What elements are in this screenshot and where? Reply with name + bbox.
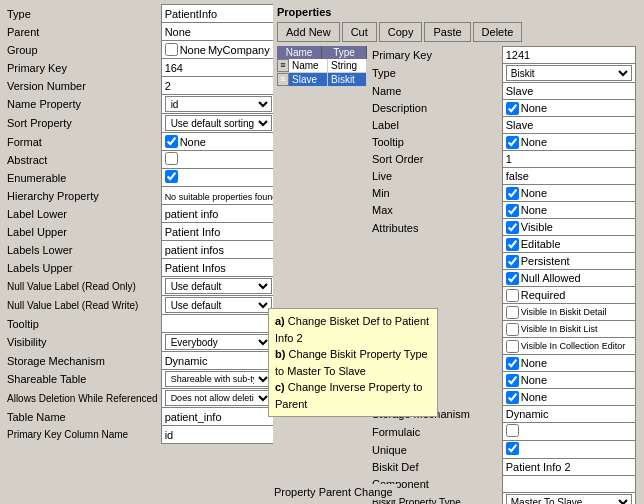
detail-value-sort-order xyxy=(502,151,635,168)
formulaic-check[interactable] xyxy=(506,424,519,437)
detail-row-formulaic: Formulaic xyxy=(369,423,636,441)
select-biskit-property-type[interactable]: Master To Slave xyxy=(506,494,632,504)
input-detail-biskit-def[interactable] xyxy=(506,461,632,473)
abstract-check[interactable] xyxy=(165,152,178,165)
cut-button[interactable]: Cut xyxy=(342,22,377,42)
select-shareable[interactable]: Shareable with sub-types xyxy=(165,371,272,387)
attr-editable-check[interactable] xyxy=(506,238,519,251)
input-type[interactable] xyxy=(165,8,278,20)
row-visibility: Visibility Everybody xyxy=(4,333,281,352)
detail-label-name: Name xyxy=(369,83,502,100)
attr-visible-check[interactable] xyxy=(506,221,519,234)
input-detail-storage[interactable] xyxy=(506,408,632,420)
detail-value-attr-biskit-detail: Visible In Biskit Detail xyxy=(502,304,635,321)
paste-button[interactable]: Paste xyxy=(424,22,470,42)
list-item-slave[interactable]: ≡ Slave Biskit xyxy=(277,73,367,87)
input-labels-lower[interactable] xyxy=(165,244,278,256)
unique-check[interactable] xyxy=(506,442,519,455)
input-version[interactable] xyxy=(165,80,278,92)
detail-value-biskit-def xyxy=(502,459,635,476)
detail-row-label: Label xyxy=(369,117,636,134)
row-label-upper: Label Upper xyxy=(4,223,281,241)
list-item-name[interactable]: ≡ Name String xyxy=(277,59,367,73)
input-table-name[interactable] xyxy=(165,411,278,423)
row-labels-upper: Labels Upper xyxy=(4,259,281,277)
input-detail-sort-order[interactable] xyxy=(506,153,632,165)
select-visibility[interactable]: Everybody xyxy=(165,334,272,350)
detail-value-live xyxy=(502,168,635,185)
input-label-upper[interactable] xyxy=(165,226,278,238)
callout-text-a: Change Bisket Def to Patient Info 2 xyxy=(275,315,429,344)
min-check[interactable] xyxy=(506,187,519,200)
left-panel: Type Parent Group None MyCompany xyxy=(4,4,269,500)
input-detail-name[interactable] xyxy=(506,85,632,97)
detail-value-unique xyxy=(502,441,635,459)
input-detail-label[interactable] xyxy=(506,119,632,131)
input-detail-live[interactable] xyxy=(506,170,632,182)
input-detail-pk[interactable] xyxy=(506,49,632,61)
format-check[interactable] xyxy=(165,135,178,148)
drag-handle-slave[interactable]: ≡ xyxy=(277,73,289,86)
columns-check[interactable] xyxy=(506,374,519,387)
callout-item-a: a) Change Bisket Def to Patient Info 2 xyxy=(275,313,431,346)
delete-button[interactable]: Delete xyxy=(473,22,523,42)
enumerable-check[interactable] xyxy=(165,170,178,183)
copy-button[interactable]: Copy xyxy=(379,22,423,42)
detail-value-min: None xyxy=(502,185,635,202)
description-check[interactable] xyxy=(506,102,519,115)
label-label-lower: Label Lower xyxy=(4,205,161,223)
callout-text-b: Change Biskit Property Type to Master To… xyxy=(275,348,428,377)
select-null-read-only[interactable]: Use default xyxy=(165,278,272,294)
select-sort-property[interactable]: Use default sorting xyxy=(165,115,272,131)
input-parent[interactable] xyxy=(165,26,278,38)
input-labels-upper[interactable] xyxy=(165,262,278,274)
detail-value-component xyxy=(502,476,635,493)
callout-label-c: c) xyxy=(275,381,285,393)
attr-null-allowed-check[interactable] xyxy=(506,272,519,285)
detail-value-biskit-property-type: Master To Slave xyxy=(502,493,635,505)
detail-row-pk: Primary Key xyxy=(369,47,636,64)
rows-check[interactable] xyxy=(506,357,519,370)
detail-value-attr-collection-editor: Visible In Collection Editor xyxy=(502,338,635,355)
input-primary-key[interactable] xyxy=(165,62,278,74)
row-type: Type xyxy=(4,5,281,23)
value-enumerable xyxy=(161,169,281,187)
attr-biskit-list-check[interactable] xyxy=(506,323,519,336)
group-check[interactable] xyxy=(506,391,519,404)
select-detail-type[interactable]: Biskit xyxy=(506,65,632,81)
select-null-read-write[interactable]: Use default xyxy=(165,297,272,313)
list-item-name-type: String xyxy=(328,59,367,72)
value-abstract xyxy=(161,151,281,169)
select-name-property[interactable]: id xyxy=(165,96,272,112)
input-storage[interactable] xyxy=(165,355,278,367)
callout-item-c: c) Change Inverse Property to Parent xyxy=(275,379,431,412)
group-none-check[interactable] xyxy=(165,43,178,56)
input-pk-column[interactable] xyxy=(165,429,278,441)
detail-value-tooltip: None xyxy=(502,134,635,151)
max-check[interactable] xyxy=(506,204,519,217)
input-label-lower[interactable] xyxy=(165,208,278,220)
add-new-button[interactable]: Add New xyxy=(277,22,340,42)
attr-required-check[interactable] xyxy=(506,289,519,302)
value-label-upper xyxy=(161,223,281,241)
attr-biskit-detail-check[interactable] xyxy=(506,306,519,319)
input-detail-component[interactable] xyxy=(506,478,632,490)
label-visibility: Visibility xyxy=(4,333,161,352)
properties-title: Properties xyxy=(273,4,640,20)
row-version: Version Number xyxy=(4,77,281,95)
value-primary-key xyxy=(161,59,281,77)
detail-value-attr-required: Required xyxy=(502,287,635,304)
attr-persistent-check[interactable] xyxy=(506,255,519,268)
drag-handle-name[interactable]: ≡ xyxy=(277,59,289,72)
group-text: None xyxy=(521,391,547,403)
rows-text: None xyxy=(521,357,547,369)
detail-value-pk xyxy=(502,47,635,64)
input-tooltip[interactable] xyxy=(165,318,278,330)
input-hierarchy[interactable] xyxy=(165,192,278,202)
tooltip-check[interactable] xyxy=(506,136,519,149)
attr-collection-editor-check[interactable] xyxy=(506,340,519,353)
select-allows-deletion[interactable]: Does not allow deletion xyxy=(165,390,272,406)
label-name-property: Name Property xyxy=(4,95,161,114)
label-enumerable: Enumerable xyxy=(4,169,161,187)
attr-null-allowed-text: Null Allowed xyxy=(521,272,581,284)
